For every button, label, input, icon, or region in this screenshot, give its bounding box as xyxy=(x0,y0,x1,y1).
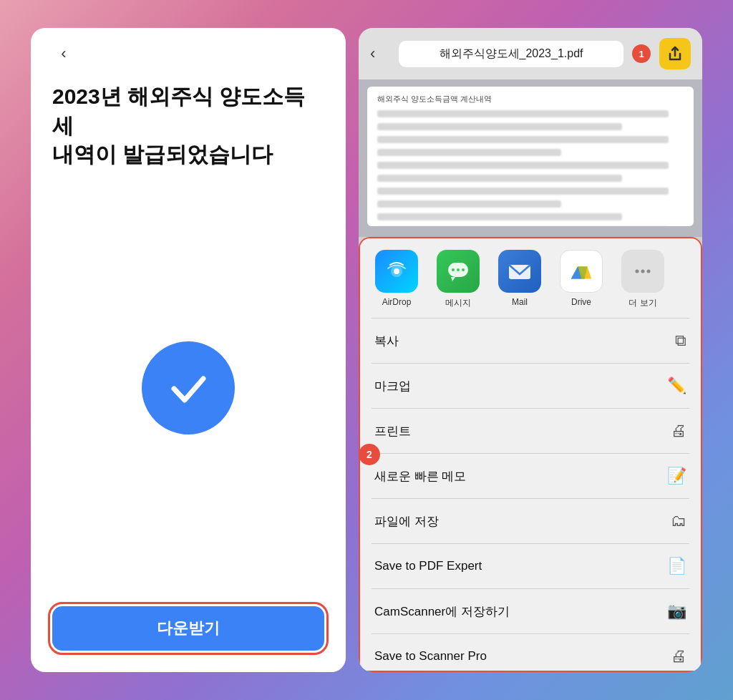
messages-icon xyxy=(437,250,480,293)
svg-marker-3 xyxy=(451,277,455,281)
quick-memo-icon: 📝 xyxy=(667,467,686,485)
action-scanner-pro[interactable]: Save to Scanner Pro 🖨 xyxy=(360,637,701,672)
action-save-files[interactable]: 파일에 저장 🗂 xyxy=(360,502,701,540)
airdrop-icon xyxy=(375,250,418,293)
pdf-blur-line xyxy=(377,200,561,208)
action-scanner-pro-label: Save to Scanner Pro xyxy=(374,649,487,663)
divider-1 xyxy=(372,318,689,319)
mail-icon xyxy=(498,250,541,293)
download-button[interactable]: 다운받기 xyxy=(52,606,324,651)
messages-svg xyxy=(445,258,471,284)
badge-2: 2 xyxy=(359,444,380,465)
svg-point-1 xyxy=(394,268,399,274)
save-files-icon: 🗂 xyxy=(671,512,686,530)
right-header: ‹ 해외주식양도세_2023_1.pdf 1 xyxy=(359,28,702,79)
action-save-files-label: 파일에 저장 xyxy=(374,513,439,530)
action-quick-memo-label: 새로운 빠른 메모 xyxy=(374,468,466,485)
svg-point-4 xyxy=(452,268,455,271)
pdf-preview: 해외주식 양도소득금액 계산내역 xyxy=(359,79,702,237)
right-panel: ‹ 해외주식양도세_2023_1.pdf 1 해외주식 양도소득금액 계산내역 xyxy=(359,28,702,672)
messages-app-item[interactable]: 메시지 xyxy=(433,250,483,309)
drive-icon xyxy=(560,250,603,293)
scanner-pro-icon: 🖨 xyxy=(671,647,686,666)
action-markup-label: 마크업 xyxy=(374,378,411,394)
left-title: 2023년 해외주식 양도소득세 내역이 발급되었습니다 xyxy=(52,82,324,170)
mail-label: Mail xyxy=(512,297,528,307)
divider-8 xyxy=(372,633,689,634)
svg-point-6 xyxy=(462,268,465,271)
markup-icon: ✏️ xyxy=(667,376,686,395)
left-back-button[interactable]: ‹ xyxy=(52,42,75,65)
pdf-blur-line xyxy=(377,213,622,220)
action-quick-memo[interactable]: 새로운 빠른 메모 📝 xyxy=(360,457,701,495)
left-panel: ‹ 2023년 해외주식 양도소득세 내역이 발급되었습니다 다운받기 xyxy=(31,28,346,672)
pdf-blur-line xyxy=(377,110,669,117)
pdf-doc-title: 해외주식 양도소득금액 계산내역 xyxy=(377,94,684,104)
pdf-blur-line xyxy=(377,123,622,130)
pdf-blur-line xyxy=(377,188,669,195)
camscanner-icon: 📷 xyxy=(667,602,686,621)
svg-point-14 xyxy=(641,270,645,273)
checkmark-icon xyxy=(165,364,212,411)
pdf-blur-lines xyxy=(377,110,684,226)
drive-svg xyxy=(568,258,594,284)
svg-point-13 xyxy=(636,270,639,273)
drive-label: Drive xyxy=(571,297,591,307)
action-camscanner-label: CamScanner에 저장하기 xyxy=(374,603,510,620)
svg-point-5 xyxy=(457,268,460,271)
action-pdf-expert-label: Save to PDF Expert xyxy=(374,559,482,573)
pdf-preview-inner: 해외주식 양도소득금액 계산내역 xyxy=(367,87,694,226)
divider-3 xyxy=(372,408,689,409)
more-label: 더 보기 xyxy=(628,297,656,309)
action-print-label: 프린트 xyxy=(374,423,411,439)
app-row: AirDrop 메시지 xyxy=(360,238,701,315)
pdf-blur-line xyxy=(377,136,669,143)
more-app-item[interactable]: 더 보기 xyxy=(618,250,668,309)
action-pdf-expert[interactable]: Save to PDF Expert 📄 xyxy=(360,547,701,585)
airdrop-svg xyxy=(384,259,409,283)
pdf-blur-line xyxy=(377,149,561,156)
action-camscanner[interactable]: CamScanner에 저장하기 📷 xyxy=(360,592,701,631)
mail-app-item[interactable]: Mail xyxy=(495,250,545,309)
messages-label: 메시지 xyxy=(445,297,471,309)
pdf-blur-line xyxy=(377,162,669,169)
divider-6 xyxy=(372,543,689,544)
checkmark-container xyxy=(52,170,324,607)
divider-5 xyxy=(372,498,689,499)
divider-4 xyxy=(372,453,689,454)
action-copy[interactable]: 복사 ⧉ xyxy=(360,321,701,360)
badge-1: 1 xyxy=(632,44,651,63)
divider-2 xyxy=(372,363,689,364)
airdrop-label: AirDrop xyxy=(382,297,412,307)
action-print[interactable]: 프린트 🖨 xyxy=(360,412,701,450)
airdrop-app-item[interactable]: AirDrop xyxy=(372,250,422,309)
action-markup[interactable]: 마크업 ✏️ xyxy=(360,366,701,405)
share-sheet: 2 AirDrop xyxy=(359,237,702,672)
divider-7 xyxy=(372,588,689,589)
pdf-blur-line xyxy=(377,175,622,182)
action-copy-label: 복사 xyxy=(374,333,399,349)
checkmark-circle xyxy=(142,341,235,434)
pdf-expert-icon: 📄 xyxy=(667,557,686,575)
copy-icon: ⧉ xyxy=(675,331,686,350)
more-svg xyxy=(633,261,653,281)
share-button[interactable] xyxy=(659,38,691,69)
print-icon: 🖨 xyxy=(671,422,686,440)
right-back-button[interactable]: ‹ xyxy=(370,44,390,63)
share-icon xyxy=(667,46,683,62)
drive-app-item[interactable]: Drive xyxy=(556,250,606,309)
svg-point-15 xyxy=(647,270,651,273)
more-icon xyxy=(621,250,664,293)
mail-svg xyxy=(507,258,533,284)
file-name-bar: 해외주식양도세_2023_1.pdf xyxy=(399,41,623,67)
